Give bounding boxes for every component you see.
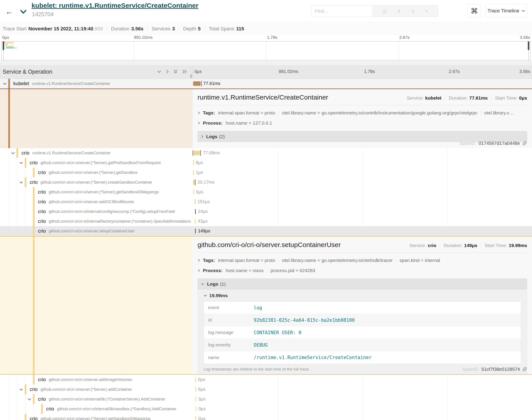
span-row[interactable]: crio github.com/cri-o/cri-o/internal/lib…: [0, 404, 532, 414]
span-color-stripe: [25, 158, 26, 168]
copy-link-icon[interactable]: [522, 367, 527, 372]
expand-one-icon[interactable]: [166, 69, 169, 74]
expand-all-icon[interactable]: [182, 69, 187, 74]
span-bar[interactable]: [195, 387, 196, 392]
span-bar[interactable]: [193, 151, 200, 155]
next-match-icon[interactable]: ∨: [411, 8, 415, 15]
row-collapse-chevron-icon[interactable]: [19, 181, 25, 184]
spanid-label: SpanID:: [462, 367, 479, 372]
span-row[interactable]: crio github.com/cri-o/cri-o/server.(*Ser…: [0, 177, 532, 187]
locate-icon[interactable]: ◎: [382, 8, 387, 15]
span-color-stripe: [41, 404, 43, 414]
span-operation: github.com/cri-o/cri-o/internal/factory/…: [49, 219, 191, 224]
row-collapse-chevron-icon[interactable]: [28, 398, 33, 401]
minimap-tick: 0μs: [2, 35, 9, 40]
span-color-stripe: [33, 207, 35, 216]
span-row[interactable]: crio github.com/cri-o/cri-o/internal/con…: [0, 207, 532, 216]
span-bar[interactable]: [195, 229, 196, 234]
span-operation: github.com/cri-o/cri-o/internal/config/s…: [49, 209, 175, 214]
column-resize-handle[interactable]: [190, 75, 192, 78]
trace-minimap[interactable]: [1, 41, 531, 60]
process-row[interactable]: Process: host.name = 127.0.0.1: [198, 120, 527, 126]
find-input[interactable]: [311, 5, 372, 17]
tag-item: otel.library.name = go.opentelemetry.io/…: [282, 258, 393, 263]
span-color-stripe: [33, 375, 35, 385]
copy-link-icon[interactable]: [522, 141, 527, 146]
log-field-key: id: [204, 317, 254, 323]
span-bar[interactable]: [193, 160, 194, 165]
row-collapse-chevron-icon[interactable]: [19, 388, 25, 391]
span-bar[interactable]: [195, 219, 196, 224]
span-row[interactable]: crio github.com/cri-o/cri-o/server.(*Ser…: [0, 385, 532, 394]
axis-tick: 3.56s: [519, 69, 530, 74]
span-bar[interactable]: [193, 170, 194, 175]
span-duration: 1μs: [196, 170, 203, 175]
log-field-row: log.severity DEBUG: [204, 339, 521, 351]
log-marker: [193, 150, 193, 156]
span-row-kubelet-createcontainer[interactable]: kubelet runtime.v1.RuntimeService/Create…: [0, 79, 532, 89]
span-operation: github.com/cri-o/cri-o/server.(*Server).…: [40, 417, 151, 420]
collapse-trace-chevron-icon[interactable]: [19, 9, 27, 15]
row-collapse-chevron-icon[interactable]: [19, 162, 25, 164]
span-service: crio: [38, 170, 46, 175]
span-row[interactable]: crio github.com/cri-o/cri-o/server.(*Ser…: [0, 414, 532, 420]
trace-view-selector[interactable]: Trace Timeline: [485, 4, 527, 18]
span-row[interactable]: crio github.com/cri-o/cri-o/server.(*Ser…: [0, 158, 532, 168]
span-service: crio: [38, 377, 46, 383]
row-collapse-chevron-icon[interactable]: [11, 152, 16, 155]
collapse-all-icon[interactable]: [173, 69, 178, 74]
span-row-setupcontaineruser[interactable]: crio github.com/cri-o/cri-o/server.setup…: [0, 226, 532, 236]
span-detail-kubelet: runtime.v1.RuntimeService/CreateContaine…: [0, 89, 532, 148]
span-bar[interactable]: [195, 199, 196, 204]
tags-label: Tags:: [203, 258, 215, 263]
span-color-stripe: [33, 394, 35, 404]
clear-find-icon[interactable]: ×: [425, 8, 428, 15]
span-row[interactable]: crio github.com/cri-o/cri-o/internal/lib…: [0, 394, 532, 404]
span-bar[interactable]: [195, 209, 196, 214]
span-row[interactable]: crio github.com/cri-o/cri-o/server.addIm…: [0, 375, 532, 385]
span-row[interactable]: crio github.com/cri-o/cri-o/internal/fac…: [0, 216, 532, 226]
span-operation: github.com/cri-o/cri-o/server.addImageVo…: [49, 377, 132, 382]
span-operation: github.com/cri-o/cri-o/internal/lib.(*Co…: [49, 397, 165, 402]
span-row[interactable]: crio github.com/cri-o/cri-o/server.(*Ser…: [0, 168, 532, 177]
span-bar[interactable]: [193, 180, 195, 185]
trace-start-fraction: .809: [93, 26, 103, 32]
span-bar[interactable]: [195, 377, 196, 382]
log-field-value: /runtime.v1.RuntimeService/CreateContain…: [254, 355, 372, 360]
span-bar[interactable]: [195, 397, 196, 402]
collapse-one-icon[interactable]: [157, 70, 162, 74]
log-entry-toggle[interactable]: 19.99ms: [203, 293, 521, 298]
service-value: crio: [428, 243, 436, 248]
logs-toggle[interactable]: Logs (1): [198, 279, 527, 289]
row-collapse-chevron-icon[interactable]: [3, 82, 8, 85]
trace-id: 1425704: [32, 11, 53, 17]
span-row[interactable]: crio github.com/cri-o/cri-o/server.(*Ser…: [0, 187, 532, 197]
span-bar[interactable]: [196, 406, 196, 411]
minimap-right-handle[interactable]: [528, 42, 529, 50]
span-duration: 0μs: [198, 406, 206, 411]
minimap-tick: 891.02ms: [134, 35, 153, 40]
axis-tick: 891.02ms: [279, 69, 298, 74]
span-service: crio: [46, 406, 54, 412]
back-icon[interactable]: ←: [4, 6, 15, 17]
span-row[interactable]: crio github.com/cri-o/cri-o/server.addOC…: [0, 197, 532, 207]
trace-title-link[interactable]: kubelet: runtime.v1.RuntimeService/Creat…: [31, 2, 198, 9]
span-bar[interactable]: [193, 190, 194, 195]
process-row[interactable]: Process: host.name = nixos process.pid =…: [198, 268, 527, 273]
logs-toggle[interactable]: Logs (2): [198, 131, 527, 142]
tags-row[interactable]: Tags: internal.span.format = proto otel.…: [198, 258, 527, 263]
minimap-span: [14, 47, 17, 48]
detail-left-gutter: [0, 237, 193, 374]
span-color-stripe: [8, 79, 10, 89]
span-service: crio: [30, 160, 37, 166]
prev-match-icon[interactable]: ∧: [397, 8, 401, 15]
log-field-key: name: [204, 355, 254, 360]
span-bar[interactable]: [193, 81, 201, 86]
tags-row[interactable]: Tags: internal.span.format = proto otel.…: [198, 110, 527, 116]
minimap-tick: 2.67s: [399, 35, 409, 40]
minimap-left-handle[interactable]: [3, 42, 4, 50]
span-bar[interactable]: [195, 416, 196, 420]
span-row[interactable]: crio runtime.v1.RuntimeService/CreateCon…: [0, 148, 532, 158]
span-color-stripe: [33, 187, 35, 197]
keyboard-shortcuts-button[interactable]: ⌘: [468, 4, 481, 18]
